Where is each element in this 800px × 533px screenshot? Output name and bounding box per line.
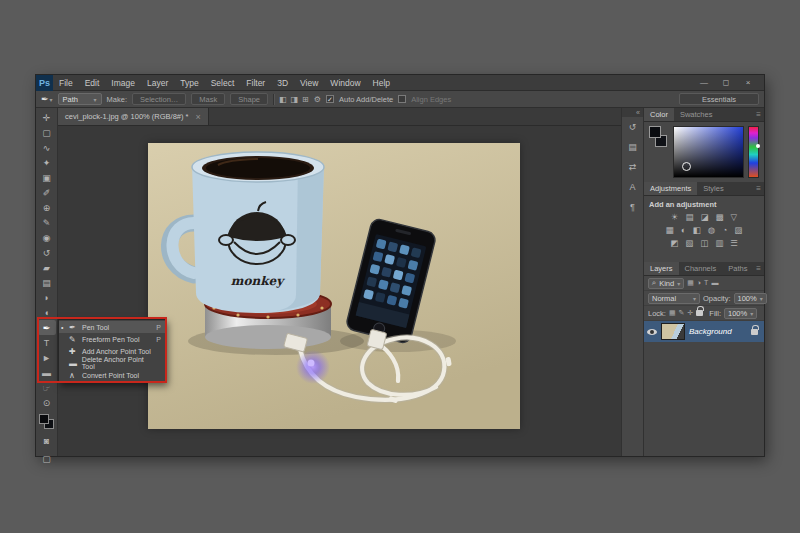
align-edges-checkbox[interactable]	[398, 95, 406, 103]
marquee-tool[interactable]: ▢	[38, 125, 56, 140]
foreground-background-swatches[interactable]	[649, 126, 669, 178]
menu-layer[interactable]: Layer	[141, 75, 174, 90]
adjustment-icon[interactable]: ☰	[730, 238, 738, 248]
path-operation-icon[interactable]: ⊞	[302, 95, 309, 104]
tab-color[interactable]: Color	[644, 108, 674, 121]
healing-brush-tool[interactable]: ⊕	[38, 200, 56, 215]
character-panel-icon[interactable]: A	[625, 181, 641, 193]
clone-stamp-tool[interactable]: ◉	[38, 230, 56, 245]
move-tool[interactable]: ✛	[38, 110, 56, 125]
adjustment-icon[interactable]: ▨	[734, 225, 742, 235]
path-selection-tool[interactable]: ►	[38, 350, 56, 365]
menu-help[interactable]: Help	[367, 75, 396, 90]
tab-channels[interactable]: Channels	[679, 262, 723, 275]
layer-filter-icon[interactable]: ▬	[711, 279, 718, 287]
history-brush-tool[interactable]: ↺	[38, 245, 56, 260]
saturation-brightness-field[interactable]	[673, 126, 744, 178]
tool-mode-select[interactable]: Path ▾	[58, 93, 102, 105]
menu-file[interactable]: File	[53, 75, 79, 90]
tab-adjustments[interactable]: Adjustments	[644, 182, 697, 195]
filter-type-select[interactable]: ⌕ Kind ▾	[648, 278, 684, 289]
lasso-tool[interactable]: ∿	[38, 140, 56, 155]
opacity-value[interactable]: 100% ▾	[734, 293, 767, 304]
menu-type[interactable]: Type	[174, 75, 204, 90]
info-panel-icon[interactable]: ⇄	[625, 161, 641, 173]
adjustment-icon[interactable]: ◪	[701, 212, 709, 222]
tab-layers[interactable]: Layers	[644, 262, 679, 275]
canvas-photo[interactable]: monkey	[148, 143, 520, 429]
make-selection-button[interactable]: Selection…	[132, 93, 186, 105]
path-operation-icon[interactable]: ◧	[279, 95, 287, 104]
type-tool[interactable]: T	[38, 335, 56, 350]
adjustment-icon[interactable]: ◐	[681, 225, 686, 235]
make-mask-button[interactable]: Mask	[191, 93, 225, 105]
adjustment-icon[interactable]: ☀	[671, 212, 679, 222]
workspace-switcher-button[interactable]: Essentials	[679, 93, 759, 105]
minimize-icon[interactable]: —	[698, 78, 710, 87]
visibility-eye-icon[interactable]	[647, 329, 657, 335]
make-shape-button[interactable]: Shape	[230, 93, 268, 105]
menu-edit[interactable]: Edit	[79, 75, 106, 90]
flyout-convert-point-tool[interactable]: ∧ Convert Point Tool	[59, 369, 165, 381]
layer-row-background[interactable]: Background	[644, 321, 764, 342]
layer-filter-icon[interactable]: ◑	[697, 279, 701, 287]
lock-option-icon[interactable]: ▦	[669, 309, 676, 317]
flyout-freeform-pen-tool[interactable]: ✎ Freeform Pen Tool P	[59, 333, 165, 345]
canvas-area[interactable]: monkey	[58, 126, 621, 456]
tab-swatches[interactable]: Swatches	[674, 108, 719, 121]
eyedropper-tool[interactable]: ✐	[38, 185, 56, 200]
adjustment-icon[interactable]: ▦	[666, 225, 674, 235]
adjustment-icon[interactable]: ◔	[722, 225, 727, 235]
gear-icon[interactable]: ⚙	[314, 95, 321, 104]
tab-paths[interactable]: Paths	[722, 262, 753, 275]
document-tab[interactable]: cevi_plock-1.jpg @ 100% (RGB/8#) * ×	[58, 108, 209, 125]
tab-close-icon[interactable]: ×	[196, 112, 201, 122]
quick-mask-button[interactable]: ◙	[38, 433, 56, 448]
menu-window[interactable]: Window	[324, 75, 366, 90]
adjustment-icon[interactable]: ◍	[708, 225, 715, 235]
restore-icon[interactable]: ◻	[720, 78, 732, 87]
eraser-tool[interactable]: ▰	[38, 260, 56, 275]
adjustment-icon[interactable]: ▽	[731, 212, 738, 222]
panel-menu-icon[interactable]: ≡	[756, 184, 761, 193]
zoom-tool[interactable]: ⊙	[38, 395, 56, 410]
layer-filter-icon[interactable]: ▦	[687, 279, 694, 287]
collapse-panels-button[interactable]: «	[622, 108, 643, 117]
layer-thumbnail[interactable]	[661, 323, 685, 340]
menu-select[interactable]: Select	[205, 75, 241, 90]
paragraph-panel-icon[interactable]: ¶	[625, 201, 641, 213]
crop-tool[interactable]: ▣	[38, 170, 56, 185]
dodge-tool[interactable]: ◖	[38, 305, 56, 320]
screen-mode-button[interactable]: ▢	[38, 451, 56, 466]
pen-tool-preset-icon[interactable]: ✒ ▾	[41, 94, 53, 104]
adjustment-icon[interactable]: ◧	[693, 225, 701, 235]
menu-image[interactable]: Image	[105, 75, 141, 90]
lock-option-icon[interactable]: ✎	[679, 309, 685, 317]
hue-slider[interactable]	[748, 126, 759, 178]
gradient-tool[interactable]: ▤	[38, 275, 56, 290]
brush-tool[interactable]: ✎	[38, 215, 56, 230]
flyout-pen-tool[interactable]: ✒ Pen Tool P	[59, 321, 165, 333]
layer-filter-icon[interactable]: T	[704, 279, 708, 287]
tab-styles[interactable]: Styles	[697, 182, 729, 195]
blend-mode-select[interactable]: Normal ▾	[648, 293, 700, 304]
menu-3d[interactable]: 3D	[271, 75, 294, 90]
flyout-delete-anchor-point-tool[interactable]: ▬ Delete Anchor Point Tool	[59, 357, 165, 369]
menu-filter[interactable]: Filter	[240, 75, 271, 90]
adjustment-icon[interactable]: ▥	[715, 238, 723, 248]
history-panel-icon[interactable]: ↺	[625, 121, 641, 133]
menu-view[interactable]: View	[294, 75, 324, 90]
adjustment-icon[interactable]: ◩	[670, 238, 678, 248]
adjustment-icon[interactable]: ◫	[700, 238, 708, 248]
shape-tool[interactable]: ▬	[38, 365, 56, 380]
fill-value[interactable]: 100% ▾	[724, 308, 757, 319]
path-operation-icon[interactable]: ◨	[291, 95, 299, 104]
auto-add-delete-checkbox[interactable]: ✓	[326, 95, 334, 103]
pen-tool[interactable]: ✒	[38, 320, 56, 335]
adjustment-icon[interactable]: ▩	[716, 212, 724, 222]
close-icon[interactable]: ×	[742, 78, 754, 87]
adjustment-icon[interactable]: ▧	[685, 238, 693, 248]
panel-menu-icon[interactable]: ≡	[756, 110, 761, 119]
properties-panel-icon[interactable]: ▤	[625, 141, 641, 153]
adjustment-icon[interactable]: ▤	[685, 212, 693, 222]
